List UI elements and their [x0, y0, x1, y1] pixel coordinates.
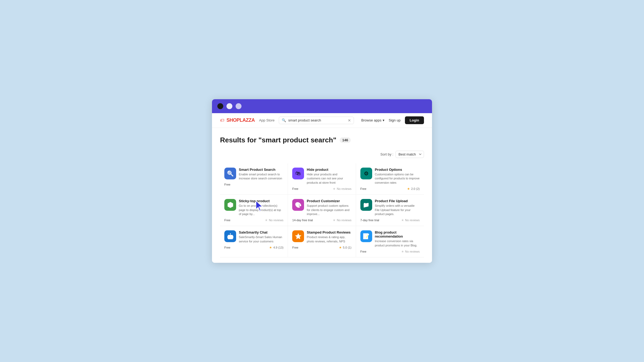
logo-icon: 🏷 — [220, 118, 224, 123]
app-name: Blog product recommendation — [375, 230, 420, 238]
app-icon: 📝 — [360, 230, 372, 242]
logo-text: SHOPLAZZA — [226, 117, 255, 123]
browser-window: 🏷 SHOPLAZZA App Store 🔍 smart product se… — [212, 99, 432, 263]
sort-label: Sort by : — [380, 152, 393, 156]
chevron-down-icon: ▾ — [383, 118, 385, 122]
app-name: Hide product — [307, 168, 351, 172]
app-card[interactable]: 📦 Sticky-top product Go to on product co… — [220, 195, 288, 226]
app-info: Product File Upload Simplify orders with… — [375, 199, 420, 216]
signup-button[interactable]: Sign up — [389, 118, 401, 122]
app-price: Free — [224, 246, 230, 249]
app-card[interactable]: 🤖 SaleSmartly Chat SaleSmartly-Smart Sal… — [220, 226, 288, 257]
app-description: Hide your products and customers can not… — [307, 172, 351, 185]
apps-grid: 🔍 Smart Product Search Enable smart prod… — [220, 163, 424, 257]
navbar: 🏷 SHOPLAZZA App Store 🔍 smart product se… — [212, 113, 432, 128]
app-icon-emoji: 🔍 — [227, 170, 234, 177]
app-info: SaleSmartly Chat SaleSmartly-Smart Sales… — [239, 230, 283, 243]
browse-apps-button[interactable]: Browse apps ▾ — [361, 118, 384, 122]
sort-select[interactable]: Best match — [396, 151, 424, 158]
app-price: Free — [360, 187, 367, 190]
app-card[interactable]: ⚙ Product Options Customization options … — [356, 163, 424, 195]
search-icon: 🔍 — [282, 118, 286, 122]
app-price: 14-day free trial — [292, 219, 313, 222]
app-no-reviews: ★ No reviews — [333, 218, 351, 222]
app-card-header: 📁 Product File Upload Simplify orders wi… — [360, 199, 420, 216]
app-description: Customization options can be configured … — [375, 172, 420, 185]
app-card-header: ⭐ Stamped Product Reviews Product review… — [292, 230, 351, 243]
app-icon-emoji: 📦 — [227, 202, 234, 208]
app-icon-emoji: 🎨 — [295, 202, 302, 208]
star-empty-icon: ★ — [333, 187, 336, 191]
app-icon-emoji: ⭐ — [295, 233, 302, 239]
search-input[interactable]: smart product search — [288, 118, 346, 122]
app-info: Stamped Product Reviews Product reviews … — [307, 230, 351, 243]
app-card-header: 🎨 Product Customizer Support product cus… — [292, 199, 351, 216]
app-card[interactable]: 🎨 Product Customizer Support product cus… — [288, 195, 356, 226]
app-description: Product reviews & rating app, photo revi… — [307, 235, 351, 243]
app-price: Free — [292, 187, 298, 190]
star-icon: ★ — [339, 246, 342, 249]
app-info: Smart Product Search Enable smart produc… — [239, 168, 283, 181]
app-price: Free — [224, 183, 230, 186]
star-empty-icon: ★ — [401, 250, 404, 253]
app-icon-emoji: 🤖 — [227, 233, 234, 239]
app-name: Product Customizer — [307, 199, 351, 203]
app-price: 7-day free trial — [360, 219, 379, 222]
app-card-header: 🤖 SaleSmartly Chat SaleSmartly-Smart Sal… — [224, 230, 283, 243]
app-footer: 7-day free trial ★ No reviews — [360, 218, 420, 222]
window-dot-close[interactable] — [217, 103, 223, 109]
app-info: Product Customizer Support product custo… — [307, 199, 351, 216]
main-content: Results for "smart product search" 146 S… — [212, 128, 432, 263]
app-card[interactable]: 📝 Blog product recommendation Increase c… — [356, 226, 424, 257]
window-dot-maximize[interactable] — [236, 103, 241, 109]
app-card[interactable]: ⭐ Stamped Product Reviews Product review… — [288, 226, 356, 257]
app-card-header: ⚙ Product Options Customization options … — [360, 168, 420, 185]
app-info: Hide product Hide your products and cust… — [307, 168, 351, 185]
browse-apps-label: Browse apps — [361, 118, 381, 122]
app-name: Product File Upload — [375, 199, 420, 203]
sort-row: Sort by : Best match — [220, 151, 424, 158]
browser-titlebar — [212, 99, 432, 113]
app-info: Product Options Customization options ca… — [375, 168, 420, 185]
app-footer: Free ★ No reviews — [224, 218, 283, 222]
results-header: Results for "smart product search" 146 — [220, 136, 424, 144]
no-reviews-label: No reviews — [405, 250, 420, 253]
app-card-header: 📝 Blog product recommendation Increase c… — [360, 230, 420, 248]
app-card[interactable]: 📁 Product File Upload Simplify orders wi… — [356, 195, 424, 226]
app-footer: Free ★ 2.0 (2) — [360, 187, 420, 191]
app-icon: ⚙ — [360, 168, 372, 179]
app-description: Go to on product collection(s) page to d… — [239, 204, 283, 216]
no-reviews-label: No reviews — [337, 187, 351, 190]
app-icon-emoji: 📝 — [363, 233, 369, 239]
app-card-header: 🔍 Smart Product Search Enable smart prod… — [224, 168, 283, 181]
search-clear-icon[interactable]: ✕ — [348, 118, 351, 123]
app-description: Support product custom options for clien… — [307, 204, 351, 216]
window-dot-minimize[interactable] — [226, 103, 232, 109]
app-description: Simplify orders with a versatile File Up… — [375, 204, 420, 216]
app-icon-emoji: 📁 — [363, 202, 369, 208]
app-description: Enable smart product search to increase … — [239, 172, 283, 181]
app-name: Stamped Product Reviews — [307, 230, 351, 234]
app-footer: Free ★ 5.0 (1) — [292, 246, 351, 249]
app-name: Product Options — [375, 168, 420, 172]
app-icon: 📦 — [224, 199, 236, 211]
rating-value: 2.0 (2) — [411, 187, 420, 190]
rating-value: 4.9 (13) — [273, 246, 283, 249]
app-description: Increase conversion rates via product pr… — [375, 239, 420, 248]
app-icon: 🔍 — [224, 168, 236, 179]
logo-area: 🏷 SHOPLAZZA — [220, 117, 255, 123]
no-reviews-label: No reviews — [337, 219, 351, 222]
app-icon: 🤖 — [224, 230, 236, 242]
app-store-label: App Store — [259, 118, 275, 122]
app-card[interactable]: 🛍 Hide product Hide your products and cu… — [288, 163, 356, 195]
search-bar[interactable]: 🔍 smart product search ✕ — [279, 117, 354, 124]
app-card-header: 🛍 Hide product Hide your products and cu… — [292, 168, 351, 185]
app-card[interactable]: 🔍 Smart Product Search Enable smart prod… — [220, 163, 288, 195]
app-name: SaleSmartly Chat — [239, 230, 283, 234]
results-count: 146 — [340, 137, 351, 143]
rating-value: 5.0 (1) — [343, 246, 352, 249]
login-button[interactable]: Login — [405, 116, 424, 124]
app-no-reviews: ★ No reviews — [333, 187, 351, 191]
no-reviews-label: No reviews — [405, 219, 420, 222]
app-icon: ⭐ — [292, 230, 304, 242]
